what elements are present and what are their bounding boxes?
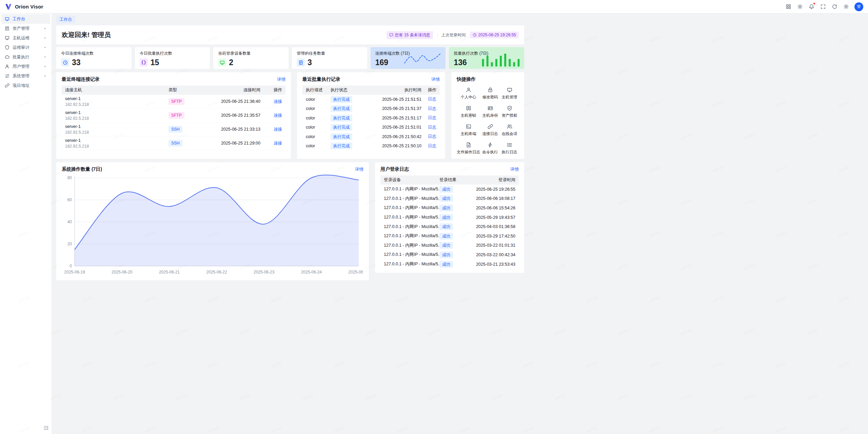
quick-action-host-manage[interactable]: 主机管理 xyxy=(502,87,517,100)
sidebar-item-project-link[interactable]: 项目地址 xyxy=(1,81,50,90)
action-cell: 日志 xyxy=(421,134,436,139)
status-badge: 执行完成 xyxy=(331,133,352,140)
sidebar-item-workbench[interactable]: 工作台 xyxy=(1,14,50,24)
column-header: 操作 xyxy=(421,87,436,93)
sidebar: 工作台 资产管理 主机运维 运维审计 批量执行 用户管理 系统管理 项目地址 xyxy=(0,14,52,434)
unread-messages-badge[interactable]: 您有 15 条未读消息 xyxy=(387,31,433,39)
log-link[interactable]: 日志 xyxy=(428,125,436,130)
login-detail-link[interactable]: 详情 xyxy=(510,167,519,172)
user-avatar[interactable]: 管 xyxy=(854,2,863,11)
execution-time: 2025-06-25 21:51:51 xyxy=(367,97,421,102)
sidebar-item-users[interactable]: 用户管理 xyxy=(1,62,50,71)
quick-action-label: 执行日志 xyxy=(502,150,517,155)
batch-detail-link[interactable]: 详情 xyxy=(431,77,440,82)
link-icon xyxy=(5,83,9,88)
system-sliders-icon xyxy=(5,74,9,78)
quick-action-exec-logs[interactable]: 执行日志 xyxy=(502,142,517,155)
quick-action-online-sessions[interactable]: 在线会话 xyxy=(502,124,517,136)
breadcrumb-item-workbench[interactable]: 工作台 xyxy=(56,16,75,23)
host-name: server-1 xyxy=(65,124,169,129)
workbench-icon xyxy=(5,17,9,21)
quick-action-command-exec[interactable]: 命令执行 xyxy=(482,142,498,155)
fullscreen-icon[interactable] xyxy=(818,2,827,11)
column-header: 连接主机 xyxy=(65,87,169,93)
execution-description: color xyxy=(306,116,331,120)
host-cell: server-1182.92.5.218 xyxy=(65,138,169,149)
terminal-sparkline-chart xyxy=(403,52,441,65)
settings-gear-icon[interactable] xyxy=(842,2,850,11)
sidebar-item-system[interactable]: 系统管理 xyxy=(1,71,50,81)
login-device: 127.0.0.1 - 内网IP - Mozilla/5.0 (Windows … xyxy=(384,214,439,220)
quick-action-host-terminal[interactable]: 主机终端 xyxy=(461,124,476,136)
last-login-time: 2025-06-25 19:26:55 xyxy=(478,33,516,37)
notification-bell-icon[interactable] xyxy=(807,2,816,11)
quick-action-label: 修改密码 xyxy=(482,95,498,100)
stat-card-terminal-today: 今日连接终端次数 33 xyxy=(56,47,132,69)
column-header: 执行描述 xyxy=(306,87,331,93)
quick-action-connect-logs[interactable]: 连接日志 xyxy=(482,124,498,136)
log-link[interactable]: 日志 xyxy=(428,134,436,139)
host-cell: server-1182.92.5.218 xyxy=(65,110,169,121)
execution-time: 2025-06-25 21:51:37 xyxy=(367,106,421,111)
theme-sun-icon[interactable] xyxy=(795,2,804,11)
quick-action-password[interactable]: 修改密码 xyxy=(482,87,498,100)
result-cell: 成功 xyxy=(439,233,466,240)
quick-action-host-identity[interactable]: 主机身份 xyxy=(482,106,498,118)
host-name: server-1 xyxy=(65,96,169,101)
quick-action-label: 主机管理 xyxy=(502,95,517,100)
table-row: server-1182.92.5.218SSH2025-06-25 21:33:… xyxy=(62,122,285,136)
main-content: 工作台 欢迎回来! 管理员 您有 15 条未读消息 上次登录时间 2025-06… xyxy=(52,14,868,434)
stat-cards: 今日连接终端次数 33 今日批量执行次数 {} 15 当前登录设备数量 2 xyxy=(56,47,524,69)
log-link[interactable]: 日志 xyxy=(428,144,436,148)
connect-link[interactable]: 连接 xyxy=(274,99,282,104)
log-link[interactable]: 日志 xyxy=(428,115,436,120)
sidebar-collapse-button[interactable] xyxy=(43,425,49,431)
log-link[interactable]: 日志 xyxy=(428,106,436,111)
apps-grid-icon[interactable] xyxy=(784,2,793,11)
quick-action-file-logs[interactable]: 文件操作日志 xyxy=(457,142,480,155)
last-login-time-badge: 2025-06-25 19:26:55 xyxy=(470,32,519,38)
connect-link[interactable]: 连接 xyxy=(274,127,282,132)
result-cell: 成功 xyxy=(439,214,466,221)
column-header: 操作 xyxy=(260,87,282,93)
refresh-icon[interactable] xyxy=(830,2,839,11)
host-cell: server-1182.92.5.218 xyxy=(65,96,169,107)
table-row: 127.0.0.1 - 内网IP - Mozilla/5.0 (Windows … xyxy=(380,203,519,213)
connect-link[interactable]: 连接 xyxy=(274,113,282,118)
quick-action-profile[interactable]: 个人中心 xyxy=(461,87,476,100)
quick-action-asset-grant[interactable]: 资产授权 xyxy=(502,106,517,118)
logo-icon xyxy=(5,3,12,11)
login-time: 2025-06-25 19:26:55 xyxy=(466,187,515,192)
chart-detail-link[interactable]: 详情 xyxy=(355,167,363,172)
quick-action-host-keys[interactable]: 主机密钥 xyxy=(461,106,476,118)
batch-cloud-icon xyxy=(5,55,9,59)
action-cell: 日志 xyxy=(421,115,436,121)
login-time: 2025-06-06 15:54:26 xyxy=(466,206,515,210)
sidebar-item-batch[interactable]: 批量执行 xyxy=(1,52,50,62)
quick-actions-panel: 快捷操作 个人中心 修改密码 主机管理 主机密钥 xyxy=(451,72,524,159)
header-actions: 管 xyxy=(784,2,863,11)
table-row: color执行完成2025-06-25 21:50:42日志 xyxy=(302,132,440,141)
login-device: 127.0.0.1 - 内网IP - Mozilla/5.0 (Windows … xyxy=(384,186,439,192)
login-time: 2025-03-21 23:53:43 xyxy=(466,262,515,267)
welcome-banner: 欢迎回来! 管理员 您有 15 条未读消息 上次登录时间 2025-06-25 … xyxy=(56,25,524,44)
bottom-row: 系统操作数量 (7日) 详情 0204060802025-06-192025-0… xyxy=(56,162,524,280)
status-badge: 执行完成 xyxy=(331,105,352,112)
log-link[interactable]: 日志 xyxy=(428,97,436,101)
sidebar-item-audit[interactable]: 运维审计 xyxy=(1,43,50,52)
connect-link[interactable]: 连接 xyxy=(274,141,282,146)
action-cell: 日志 xyxy=(421,106,436,112)
login-time: 2025-05-29 19:43:57 xyxy=(466,215,515,220)
bolt-icon xyxy=(488,142,493,148)
sidebar-item-host-ops[interactable]: 主机运维 xyxy=(1,33,50,43)
terminal-detail-link[interactable]: 详情 xyxy=(277,77,285,82)
chevron-down-icon xyxy=(43,55,47,59)
host-name: server-1 xyxy=(65,138,169,143)
table-row: color执行完成2025-06-25 21:51:17日志 xyxy=(302,113,440,123)
sidebar-item-assets[interactable]: 资产管理 xyxy=(1,24,50,33)
quick-action-label: 主机身份 xyxy=(482,113,498,118)
quick-action-label: 资产授权 xyxy=(502,113,517,118)
login-device: 127.0.0.1 - 内网IP - Mozilla/5.0 (Windows … xyxy=(384,252,439,258)
host-ip: 182.92.5.218 xyxy=(65,116,169,121)
login-device: 127.0.0.1 - 内网IP - Mozilla/5.0 (Windows … xyxy=(384,205,439,211)
